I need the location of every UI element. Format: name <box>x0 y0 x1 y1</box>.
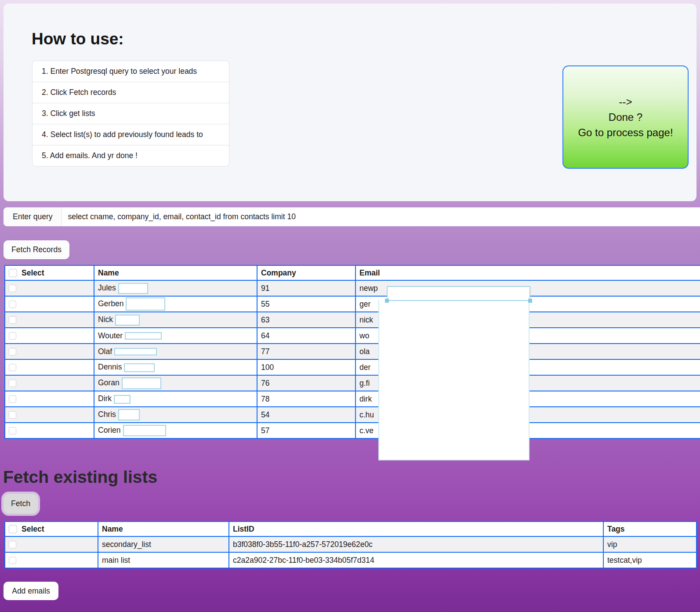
name-cell: Dennis <box>94 359 257 375</box>
column-header-select: Select <box>5 521 98 536</box>
records-table: SelectNameCompanyEmail Jules91newpGerben… <box>4 265 700 439</box>
company-cell: 64 <box>257 328 355 344</box>
contact-first-name: Corien <box>98 426 121 435</box>
select-cell <box>5 375 94 391</box>
email-overlay-panel <box>378 300 530 460</box>
row-select-checkbox[interactable] <box>9 348 16 355</box>
contact-first-name: Nick <box>98 315 113 324</box>
add-emails-button[interactable]: Add emails <box>4 582 58 600</box>
row-select-checkbox[interactable] <box>9 364 16 371</box>
select-all-checkbox[interactable] <box>9 525 17 533</box>
list-name-cell: secondary_list <box>98 536 229 552</box>
select-cell <box>5 423 94 438</box>
done-box-question: Done ? <box>609 111 642 123</box>
name-mask <box>118 283 148 294</box>
name-mask <box>125 332 162 340</box>
intro-card: How to use: 1. Enter Postgresql query to… <box>4 4 696 201</box>
fetch-records-button[interactable]: Fetch Records <box>4 240 69 259</box>
select-cell <box>5 391 94 407</box>
select-cell <box>5 296 94 312</box>
name-mask <box>126 297 165 311</box>
select-cell <box>5 344 94 359</box>
table-row: Dirk78dirk <box>5 391 700 407</box>
company-cell: 78 <box>257 391 355 407</box>
howto-steps: 1. Enter Postgresql query to select your… <box>32 61 229 167</box>
contact-first-name: Dirk <box>98 394 112 403</box>
email-edit-overlay[interactable] <box>387 286 530 301</box>
table-row: Olaf77ola <box>5 344 700 359</box>
name-cell: Wouter <box>94 328 257 344</box>
table-row: Gerben55ger <box>5 296 700 312</box>
name-cell: Jules <box>94 280 257 296</box>
company-cell: 91 <box>257 280 355 296</box>
select-cell <box>5 328 94 344</box>
name-mask <box>124 363 155 372</box>
row-select-checkbox[interactable] <box>9 332 16 340</box>
table-row: Jules91newp <box>5 280 700 296</box>
records-table-body: Jules91newpGerben55gerNick63nickWouter64… <box>5 280 700 438</box>
list-id-cell: b3f038f0-3b55-11f0-a257-572019e62e0c <box>229 536 603 552</box>
name-cell: Corien <box>94 423 257 438</box>
row-select-checkbox[interactable] <box>9 541 16 548</box>
select-cell <box>5 280 94 296</box>
contact-first-name: Chris <box>98 410 116 419</box>
row-select-checkbox[interactable] <box>9 427 16 435</box>
company-cell: 54 <box>257 407 355 423</box>
query-input[interactable] <box>62 207 700 226</box>
name-mask <box>114 348 157 355</box>
list-row: secondary_listb3f038f0-3b55-11f0-a257-57… <box>5 536 696 552</box>
table-row: Corien57c.ve <box>5 423 700 438</box>
company-cell: 77 <box>257 344 355 359</box>
select-cell <box>5 312 94 328</box>
column-header-select: Select <box>5 265 94 280</box>
done-box-cta: Go to process page! <box>578 127 673 139</box>
lists-heading: Fetch existing lists <box>3 467 157 487</box>
contact-first-name: Jules <box>98 283 116 292</box>
select-all-checkbox[interactable] <box>9 269 17 277</box>
list-row: main listc2a2a902-27bc-11f0-be03-334b05f… <box>5 552 696 568</box>
company-cell: 100 <box>257 359 355 375</box>
column-header-name: Name <box>98 521 229 536</box>
row-select-checkbox[interactable] <box>9 380 16 387</box>
done-box[interactable]: --> Done ? Go to process page! <box>562 65 689 169</box>
column-header-company: Company <box>257 265 355 280</box>
column-header-listid: ListID <box>229 521 603 536</box>
row-select-checkbox[interactable] <box>9 411 16 419</box>
howto-title: How to use: <box>32 30 124 48</box>
howto-step: 5. Add emails. And yr done ! <box>32 145 229 167</box>
table-row: Goran76g.fi <box>5 375 700 391</box>
row-select-checkbox[interactable] <box>9 301 16 308</box>
query-group: Enter query <box>4 207 700 226</box>
records-table-head: SelectNameCompanyEmail <box>5 265 700 280</box>
contact-first-name: Goran <box>98 378 120 387</box>
contact-first-name: Gerben <box>98 299 123 308</box>
table-row: Wouter64wo <box>5 328 700 344</box>
name-cell: Dirk <box>94 391 257 407</box>
name-cell: Chris <box>94 407 257 423</box>
row-select-checkbox[interactable] <box>9 316 16 324</box>
company-cell: 55 <box>257 296 355 312</box>
done-box-arrow: --> <box>619 96 632 108</box>
row-select-checkbox[interactable] <box>9 557 16 564</box>
overlay-handle-right[interactable] <box>528 299 532 303</box>
row-select-checkbox[interactable] <box>9 285 16 292</box>
list-tags-cell: vip <box>603 536 696 552</box>
contact-first-name: Olaf <box>98 347 112 356</box>
row-select-checkbox[interactable] <box>9 395 16 403</box>
lists-table: SelectNameListIDTags secondary_listb3f03… <box>4 521 697 569</box>
list-name-cell: main list <box>98 552 229 568</box>
column-header-tags: Tags <box>603 521 696 536</box>
select-cell <box>5 407 94 423</box>
name-cell: Nick <box>94 312 257 328</box>
company-cell: 63 <box>257 312 355 328</box>
contact-first-name: Dennis <box>98 362 122 371</box>
overlay-handle-left[interactable] <box>385 299 389 303</box>
name-mask <box>123 425 166 436</box>
name-mask <box>115 315 140 326</box>
fetch-lists-button[interactable]: Fetch <box>4 494 38 514</box>
howto-step: 2. Click Fetch records <box>32 82 229 103</box>
column-header-name: Name <box>94 265 257 280</box>
list-id-cell: c2a2a902-27bc-11f0-be03-334b05f7d314 <box>229 552 603 568</box>
query-label: Enter query <box>4 207 62 226</box>
table-row: Chris54c.hu <box>5 407 700 423</box>
